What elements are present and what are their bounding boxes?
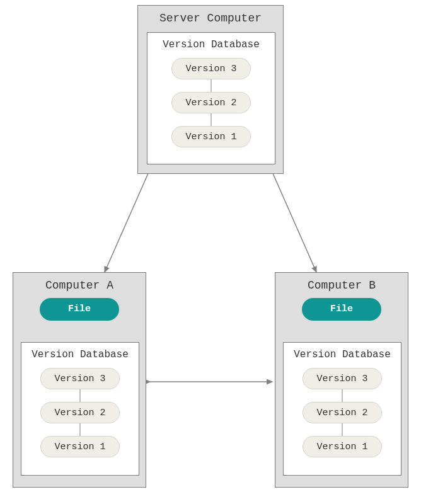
computer-a-version-database-box: Version Database Version 3 Version 2 Ver… (21, 342, 139, 476)
server-version-3-pill: Version 3 (171, 58, 251, 79)
computer-a-version-1-pill: Version 1 (40, 436, 120, 457)
computer-a-box: Computer A File Version Database Version… (13, 272, 146, 488)
diagram-canvas: Server Computer Version Database Version… (0, 0, 421, 504)
computer-b-db-title: Version Database (284, 343, 401, 363)
server-version-database-box: Version Database Version 3 Version 2 Ver… (147, 32, 275, 164)
server-conn-3-2 (211, 79, 212, 92)
server-version-2-pill: Version 2 (171, 92, 251, 113)
computer-b-file-pill: File (302, 298, 381, 321)
computer-b-conn-2-1 (342, 423, 343, 436)
computer-a-file-pill: File (40, 298, 119, 321)
computer-a-version-2-pill: Version 2 (40, 402, 120, 423)
server-version-1-pill: Version 1 (171, 126, 251, 147)
computer-a-title: Computer A (13, 273, 146, 295)
computer-b-version-database-box: Version Database Version 3 Version 2 Ver… (283, 342, 401, 476)
computer-b-version-3-pill: Version 3 (303, 368, 382, 389)
computer-a-version-3-pill: Version 3 (40, 368, 120, 389)
computer-b-conn-3-2 (342, 389, 343, 402)
computer-a-db-title: Version Database (21, 343, 139, 363)
computer-a-conn-2-1 (80, 423, 81, 436)
server-db-title: Version Database (147, 33, 275, 53)
server-conn-2-1 (211, 113, 212, 126)
server-title: Server Computer (138, 6, 283, 28)
server-computer-box: Server Computer Version Database Version… (137, 5, 284, 174)
computer-a-conn-3-2 (80, 389, 81, 402)
computer-b-version-2-pill: Version 2 (303, 402, 382, 423)
computer-b-title: Computer B (275, 273, 408, 295)
computer-b-version-1-pill: Version 1 (303, 436, 382, 457)
arrow-server-to-a (105, 166, 151, 272)
arrow-server-to-b (270, 166, 316, 272)
computer-b-box: Computer B File Version Database Version… (275, 272, 408, 488)
